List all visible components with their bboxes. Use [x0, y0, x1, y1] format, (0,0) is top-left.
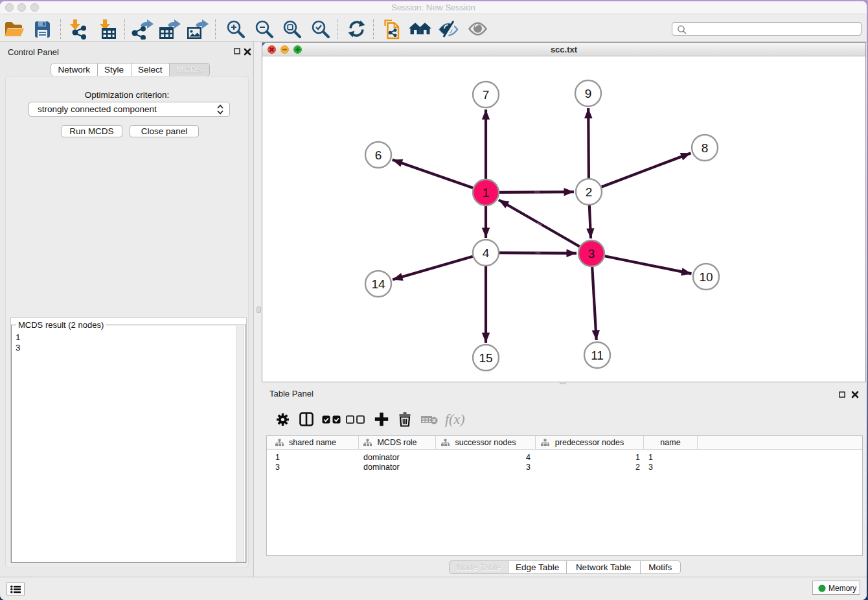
svg-text:3: 3 [588, 247, 595, 260]
svg-text:15: 15 [479, 351, 492, 365]
svg-text:9: 9 [585, 87, 592, 100]
svg-text:2: 2 [586, 185, 593, 199]
svg-text:11: 11 [591, 349, 604, 362]
svg-text:10: 10 [699, 270, 713, 284]
svg-text:6: 6 [375, 148, 382, 162]
svg-text:4: 4 [483, 246, 490, 260]
svg-text:8: 8 [702, 141, 709, 155]
svg-text:7: 7 [483, 88, 490, 102]
svg-text:1: 1 [483, 186, 490, 200]
svg-text:14: 14 [371, 277, 385, 291]
